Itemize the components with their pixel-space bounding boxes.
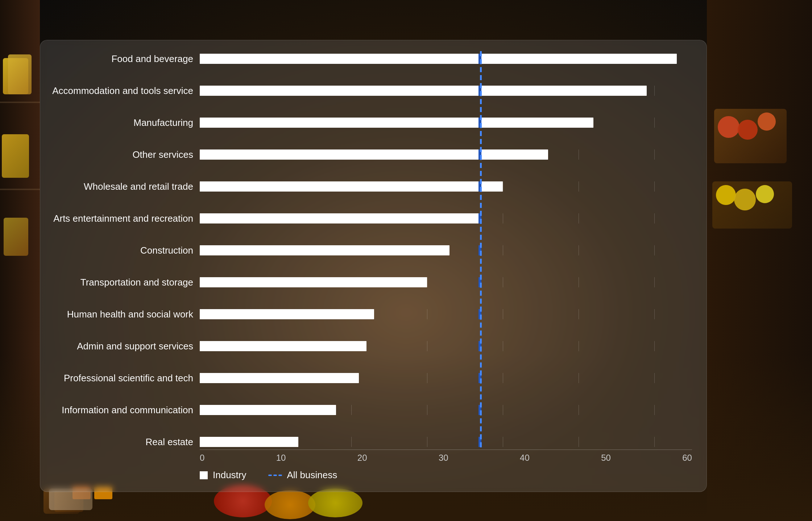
grid-line	[654, 181, 655, 192]
x-axis-label: 0	[200, 453, 204, 463]
bar-marker	[478, 341, 481, 351]
apple-1	[718, 116, 740, 138]
bar-track	[200, 181, 692, 192]
grid-line	[579, 437, 579, 447]
bar-row: Professional scientific and tech	[47, 370, 692, 386]
bar-label: Transportation and storage	[47, 277, 200, 288]
bar-label: Arts entertainment and recreation	[47, 213, 200, 224]
bar-row: Admin and support services	[47, 339, 692, 354]
bar-track	[200, 309, 692, 319]
bar-marker	[478, 181, 481, 192]
chart-panel: Food and beverageAccommodation and tools…	[40, 40, 707, 492]
bar-label: Admin and support services	[47, 341, 200, 352]
grid-line	[427, 341, 427, 351]
bar-marker	[478, 245, 481, 255]
legend-industry: Industry	[200, 469, 246, 481]
grid-line	[503, 405, 503, 415]
bar-fill	[200, 118, 593, 128]
x-axis-label: 20	[357, 453, 367, 463]
bar-row: Manufacturing	[47, 115, 692, 130]
grid-line	[579, 373, 579, 383]
grid-line	[654, 149, 655, 160]
bar-row: Human health and social work	[47, 307, 692, 322]
bar-track	[200, 149, 692, 160]
chart-area: Food and beverageAccommodation and tools…	[47, 51, 692, 450]
grid-line	[503, 341, 503, 351]
bar-row: Arts entertainment and recreation	[47, 211, 692, 226]
fruit-3	[756, 185, 774, 203]
bar-track	[200, 341, 692, 351]
bar-fill	[200, 181, 503, 192]
grid-line	[427, 437, 427, 447]
legend-dash-1	[268, 475, 272, 476]
bar-marker	[478, 309, 481, 319]
legend: Industry All business	[47, 463, 692, 481]
grid-line	[579, 149, 579, 160]
x-axis-label: 10	[276, 453, 286, 463]
jar-4	[4, 218, 28, 256]
x-axis-label: 30	[439, 453, 448, 463]
bar-fill	[200, 213, 480, 223]
jar-2	[8, 54, 32, 94]
bar-row: Construction	[47, 243, 692, 258]
bar-marker	[478, 149, 481, 160]
grid-line	[503, 437, 503, 447]
grid-line	[427, 373, 427, 383]
bar-row: Food and beverage	[47, 51, 692, 66]
fruit-2	[734, 189, 756, 210]
grid-line	[654, 437, 655, 447]
bar-label: Real estate	[47, 436, 200, 448]
bar-track	[200, 118, 692, 128]
grid-line	[654, 86, 655, 96]
bar-row: Real estate	[47, 434, 692, 450]
bar-label: Professional scientific and tech	[47, 373, 200, 384]
x-axis-label: 40	[520, 453, 530, 463]
bar-track	[200, 245, 692, 255]
grid-line	[427, 309, 427, 319]
lemon-bag	[308, 488, 362, 517]
bar-track	[200, 277, 692, 287]
grid-line	[503, 213, 503, 223]
bar-label: Food and beverage	[47, 53, 200, 65]
grid-line	[654, 373, 655, 383]
bar-track	[200, 437, 692, 447]
grid-line	[654, 245, 655, 255]
bar-fill	[200, 437, 298, 447]
shelf-line-1	[0, 102, 40, 103]
bar-label: Wholesale and retail trade	[47, 181, 200, 192]
legend-all-business-label: All business	[287, 469, 337, 481]
bar-row: Transportation and storage	[47, 275, 692, 290]
garlic-bag	[265, 490, 315, 519]
grid-line	[503, 181, 503, 192]
bar-marker	[478, 118, 481, 128]
legend-dash-3	[278, 475, 282, 476]
legend-industry-label: Industry	[213, 469, 246, 481]
bar-label: Other services	[47, 149, 200, 160]
bar-marker	[478, 373, 481, 383]
grid-line	[351, 437, 352, 447]
bar-marker	[478, 54, 481, 64]
bar-fill	[200, 245, 450, 255]
bar-track	[200, 54, 692, 64]
apple-3	[758, 112, 776, 131]
grid-line	[427, 405, 427, 415]
bar-row: Accommodation and tools service	[47, 83, 692, 98]
bar-track	[200, 405, 692, 415]
bar-track	[200, 373, 692, 383]
grid-line	[579, 309, 579, 319]
bar-fill	[200, 309, 374, 319]
bar-fill	[200, 149, 548, 160]
grid-line	[503, 373, 503, 383]
bar-label: Construction	[47, 245, 200, 256]
legend-industry-icon	[200, 471, 208, 479]
grid-line	[503, 277, 503, 287]
bar-marker	[478, 437, 481, 447]
bar-label: Human health and social work	[47, 309, 200, 320]
legend-dash-group	[268, 475, 282, 476]
grid-line	[579, 341, 579, 351]
legend-all-business: All business	[268, 469, 337, 481]
bar-marker	[478, 86, 481, 96]
bar-fill	[200, 277, 427, 287]
grid-line	[654, 213, 655, 223]
grid-line	[654, 341, 655, 351]
